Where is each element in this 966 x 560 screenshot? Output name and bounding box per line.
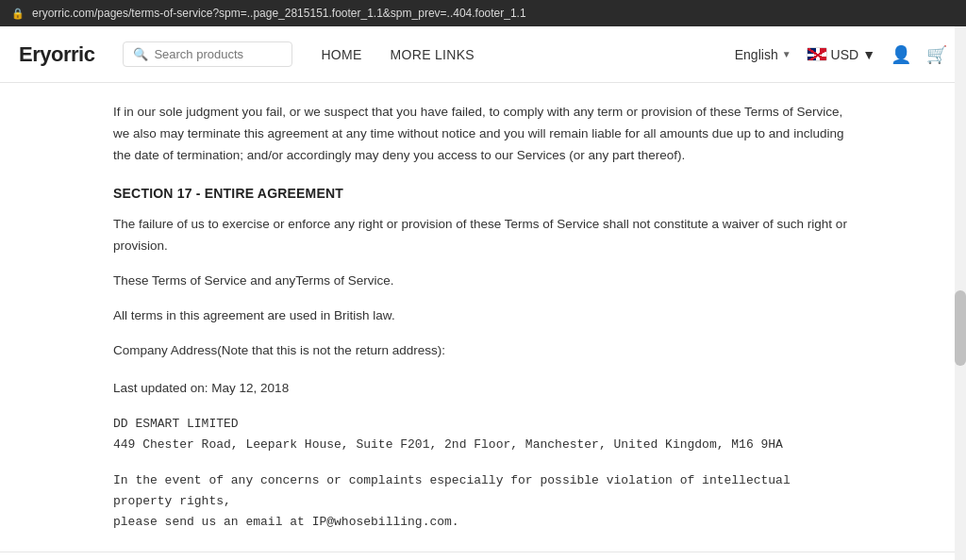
paragraph-termination: If in our sole judgment you fail, or we …: [113, 102, 853, 167]
currency-label: USD: [831, 47, 859, 62]
main-content: If in our sole judgment you fail, or we …: [0, 83, 966, 552]
cart-icon[interactable]: 🛒: [926, 44, 947, 65]
search-icon: 🔍: [133, 47, 148, 61]
contact-note-2: please send us an email at IP@whosebilli…: [113, 512, 853, 533]
language-selector[interactable]: English ▼: [735, 47, 791, 62]
contact-note-1: In the event of any concerns or complain…: [113, 470, 853, 512]
paragraph-british-law: All terms in this agreement are used in …: [113, 305, 853, 327]
nav-more-links[interactable]: MORE LINKS: [391, 47, 475, 62]
language-label: English: [735, 47, 778, 62]
scrollbar[interactable]: [955, 26, 966, 560]
scrollbar-thumb[interactable]: [955, 290, 966, 366]
currency-chevron-icon: ▼: [862, 47, 875, 62]
nav-home[interactable]: HOME: [321, 47, 361, 62]
paragraph-waiver: The failure of us to exercise or enforce…: [113, 214, 853, 257]
company-address: 449 Chester Road, Leepark House, Suite F…: [113, 435, 853, 455]
currency-selector[interactable]: USD ▼: [807, 47, 875, 62]
language-chevron-icon: ▼: [782, 49, 791, 59]
last-updated-text: Last updated on: May 12, 2018: [113, 381, 853, 395]
site-header: Eryorric 🔍 HOME MORE LINKS English ▼ USD…: [0, 26, 966, 83]
address-bar: 🔒 eryorric.com/pages/terms-of-service?sp…: [0, 0, 966, 26]
url-text: eryorric.com/pages/terms-of-service?spm=…: [32, 7, 526, 20]
company-name: DD ESMART LIMITED: [113, 414, 853, 435]
site-footer: © 2024 Eryorric About Us Returns & Refun…: [0, 552, 966, 560]
header-right: English ▼ USD ▼ 👤 🛒: [735, 44, 947, 65]
search-input[interactable]: [154, 47, 286, 61]
section-17-heading: SECTION 17 - ENTIRE AGREEMENT: [113, 186, 853, 201]
paragraph-tos-reference: These Terms of Service and anyTerms of S…: [113, 271, 853, 292]
search-box[interactable]: 🔍: [123, 41, 292, 67]
lock-icon: 🔒: [11, 8, 25, 20]
site-logo[interactable]: Eryorric: [19, 42, 94, 67]
paragraph-company-address-note: Company Address(Note that this is not th…: [113, 340, 853, 362]
main-nav: HOME MORE LINKS: [321, 47, 475, 62]
flag-icon: [807, 47, 827, 61]
user-account-icon[interactable]: 👤: [891, 44, 911, 65]
